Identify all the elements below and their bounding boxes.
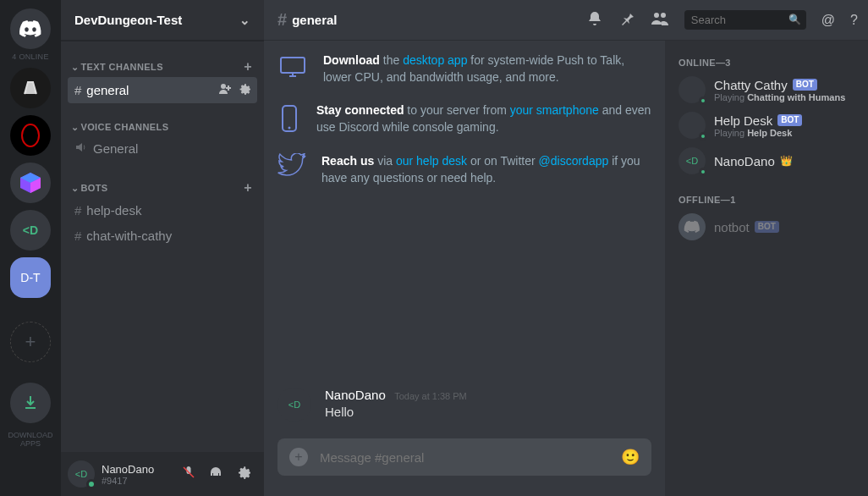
- message-body: Hello: [325, 405, 467, 419]
- discord-logo-icon: [19, 17, 42, 41]
- avatar: <D: [678, 147, 706, 174]
- discord-logo-icon: [684, 220, 700, 234]
- hash-icon: #: [74, 83, 81, 97]
- deafen-icon[interactable]: [208, 465, 223, 483]
- invite-icon[interactable]: [218, 82, 232, 98]
- bot-badge: BOT: [777, 114, 802, 126]
- status-online-icon: [699, 132, 707, 141]
- smartphone-link[interactable]: your smartphone: [510, 103, 599, 117]
- channel-chat-with-cathy[interactable]: # chat-with-cathy: [68, 223, 257, 248]
- pin-icon[interactable]: [618, 10, 635, 30]
- crown-icon: 👑: [780, 155, 793, 167]
- svg-point-1: [22, 124, 39, 146]
- attach-button[interactable]: +: [289, 448, 308, 466]
- twitter-icon: [277, 153, 306, 186]
- channel-help-desk[interactable]: # help-desk: [68, 198, 257, 223]
- message-avatar[interactable]: <D: [277, 388, 311, 422]
- hash-icon: #: [74, 203, 81, 218]
- bot-badge: BOT: [755, 221, 779, 233]
- avatar: [678, 76, 706, 103]
- server-header[interactable]: DevDungeon-Test ⌄: [61, 0, 264, 41]
- channel-title: general: [292, 13, 337, 27]
- channel-header: # general 🔍 @ ?: [264, 0, 868, 41]
- category-bots[interactable]: ⌄BOTS +: [68, 175, 257, 197]
- download-apps-button[interactable]: [10, 383, 51, 423]
- emoji-picker-icon[interactable]: 🙂: [621, 448, 640, 466]
- members-offline-header: OFFLINE—1: [672, 195, 861, 210]
- server-name: DevDungeon-Test: [74, 13, 182, 27]
- add-channel-button[interactable]: +: [244, 59, 252, 74]
- chevron-down-icon: ⌄: [71, 62, 79, 72]
- desktop-app-link[interactable]: desktop app: [403, 53, 467, 67]
- guild-item[interactable]: [10, 68, 51, 108]
- mentions-icon[interactable]: @: [821, 13, 835, 28]
- message-author[interactable]: NanoDano: [325, 388, 386, 402]
- avatar: [678, 213, 706, 240]
- add-server-button[interactable]: +: [10, 322, 51, 362]
- hash-icon: #: [74, 229, 81, 243]
- status-online-icon: [699, 96, 707, 105]
- member-notbot[interactable]: notbotBOT: [672, 210, 861, 244]
- guild-item[interactable]: <D: [10, 210, 51, 251]
- message-timestamp: Today at 1:38 PM: [394, 391, 467, 401]
- svg-point-4: [288, 127, 291, 130]
- chevron-down-icon: ⌄: [71, 183, 79, 193]
- phone-icon: [277, 102, 301, 136]
- download-apps-label: DOWNLOAD APPS: [0, 432, 61, 449]
- message-composer: + 🙂: [277, 438, 651, 476]
- online-count-label: 4 ONLINE: [12, 52, 48, 61]
- download-icon: [22, 394, 39, 411]
- chat-message: <D NanoDano Today at 1:38 PM Hello: [277, 388, 651, 422]
- channel-general[interactable]: # general: [68, 77, 257, 103]
- member-nanodano[interactable]: <D NanoDano👑: [672, 144, 861, 178]
- home-button[interactable]: [10, 8, 51, 49]
- message-input[interactable]: [320, 450, 621, 465]
- help-desk-link[interactable]: our help desk: [396, 154, 467, 168]
- discordapp-link[interactable]: @discordapp: [539, 154, 609, 168]
- members-list: ONLINE—3 Chatty CathyBOT Playing Chattin…: [665, 41, 868, 496]
- mute-icon[interactable]: [181, 465, 196, 483]
- self-discriminator: #9417: [102, 476, 154, 486]
- speaker-icon: [74, 141, 88, 157]
- category-voice-channels[interactable]: ⌄VOICE CHANNELS: [68, 117, 257, 135]
- bell-icon[interactable]: [586, 10, 603, 30]
- chevron-down-icon: ⌄: [239, 13, 250, 28]
- member-chatty-cathy[interactable]: Chatty CathyBOT Playing Chatting with Hu…: [672, 73, 861, 107]
- status-online-icon: [86, 479, 96, 489]
- hash-icon: #: [277, 10, 287, 30]
- status-online-icon: [699, 168, 707, 176]
- avatar: [678, 112, 706, 139]
- self-avatar[interactable]: <D: [68, 460, 95, 488]
- search-icon: 🔍: [788, 14, 801, 25]
- settings-gear-icon[interactable]: [235, 465, 250, 483]
- bot-badge: BOT: [793, 79, 817, 91]
- guild-icon: [18, 75, 43, 101]
- member-help-desk[interactable]: Help DeskBOT Playing Help Desk: [672, 108, 861, 142]
- monitor-icon: [277, 52, 308, 85]
- gear-icon[interactable]: [237, 82, 250, 98]
- guild-icon: [19, 171, 42, 195]
- guild-icon: [18, 123, 43, 148]
- self-username: NanoDano: [102, 463, 154, 476]
- members-online-header: ONLINE—3: [672, 58, 861, 73]
- help-icon[interactable]: ?: [850, 13, 858, 28]
- add-channel-button[interactable]: +: [244, 180, 252, 196]
- user-panel: <D NanoDano #9417: [61, 452, 264, 496]
- category-text-channels[interactable]: ⌄TEXT CHANNELS +: [68, 54, 257, 76]
- guild-item[interactable]: [10, 163, 51, 203]
- chevron-down-icon: ⌄: [71, 122, 79, 132]
- svg-rect-2: [281, 58, 305, 73]
- guild-item[interactable]: [10, 115, 51, 156]
- voice-channel-general[interactable]: General: [68, 135, 257, 162]
- members-toggle-icon[interactable]: [651, 10, 669, 30]
- guild-item-active[interactable]: D-T: [10, 257, 51, 298]
- welcome-tips: Download the desktop app for system-wide…: [277, 41, 651, 195]
